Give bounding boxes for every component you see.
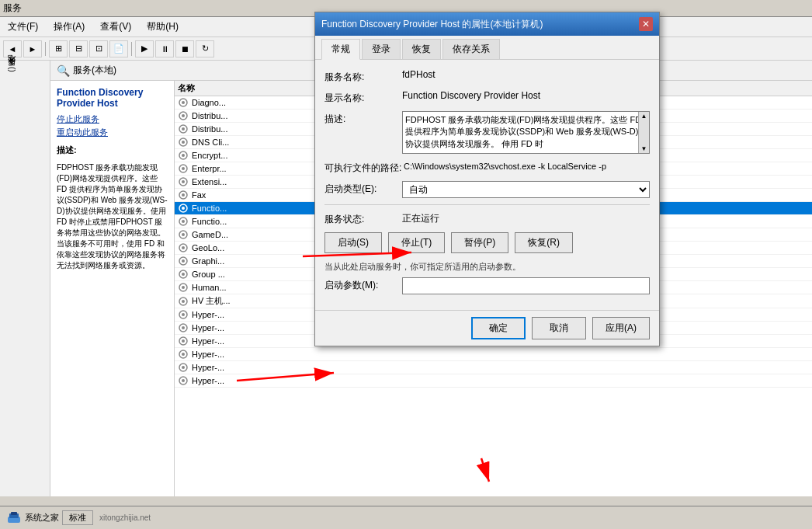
svg-point-11 bbox=[182, 167, 185, 170]
service-name-text: Human... bbox=[192, 283, 227, 292]
display-name-label: 显示名称: bbox=[324, 90, 402, 105]
exec-path-row: 可执行文件的路径: C:\Windows\system32\svchost.ex… bbox=[324, 160, 650, 175]
service-status-label: 服务状态: bbox=[324, 211, 402, 226]
pause-button[interactable]: 暂停(P) bbox=[451, 232, 508, 253]
scrollbar-up-arrow[interactable]: ▲ bbox=[641, 112, 647, 120]
gear-icon bbox=[178, 150, 189, 161]
restore-button[interactable]: 恢复(R) bbox=[515, 232, 573, 253]
toolbar-sep2 bbox=[131, 42, 132, 56]
service-name-text: Functio... bbox=[192, 204, 227, 213]
toolbar-btn3[interactable]: ⊡ bbox=[89, 40, 108, 57]
list-item[interactable]: Hyper-... bbox=[175, 361, 812, 374]
status-url: xitongzhijia.net bbox=[99, 513, 151, 522]
dialog-tabs: 常规 登录 恢复 依存关系 bbox=[315, 36, 659, 60]
service-name-text: Fax bbox=[192, 190, 206, 200]
svg-point-13 bbox=[182, 180, 185, 183]
gear-icon bbox=[178, 229, 189, 240]
apply-button[interactable]: 应用(A) bbox=[592, 317, 650, 339]
list-item[interactable]: Hyper-... bbox=[175, 374, 812, 388]
desc-value: FDPHOST 服务承载功能发现(FD)网络发现提供程序。这些 FD 提供程序为… bbox=[405, 115, 641, 148]
service-name-text: Diagno... bbox=[192, 98, 226, 107]
start-param-label: 启动参数(M): bbox=[324, 277, 402, 292]
gear-icon bbox=[178, 349, 189, 360]
svg-point-15 bbox=[182, 193, 185, 197]
cancel-button[interactable]: 取消 bbox=[532, 317, 586, 339]
search-icon: 🔍 bbox=[57, 64, 70, 77]
service-name-text: GeoLo... bbox=[192, 243, 224, 252]
service-name-text: Group ... bbox=[192, 270, 225, 279]
toolbar-btn2[interactable]: ⊟ bbox=[69, 40, 88, 57]
service-name-text: Functio... bbox=[192, 217, 227, 226]
properties-dialog: Function Discovery Provider Host 的属性(本地计… bbox=[314, 12, 660, 346]
sidebar-label: 服务(本地) bbox=[3, 64, 20, 75]
service-name-text: Hyper-... bbox=[192, 336, 224, 346]
gear-icon bbox=[178, 242, 189, 253]
start-param-input[interactable] bbox=[402, 277, 650, 294]
gear-icon bbox=[178, 163, 189, 174]
gear-icon bbox=[178, 256, 189, 266]
toolbar-sep1 bbox=[45, 42, 46, 56]
start-button[interactable]: 启动(S) bbox=[324, 232, 382, 253]
startup-type-row: 启动类型(E): 自动 自动(延迟启动) 手动 禁用 bbox=[324, 181, 650, 198]
service-name-row: 服务名称: fdPHost bbox=[324, 69, 650, 84]
gear-icon bbox=[178, 362, 189, 373]
toolbar-stop[interactable]: ⏸ bbox=[155, 40, 174, 57]
service-name-value: fdPHost bbox=[402, 69, 650, 80]
toolbar-btn1[interactable]: ⊞ bbox=[49, 40, 68, 57]
ok-button[interactable]: 确定 bbox=[471, 317, 526, 339]
tab-dependencies[interactable]: 依存关系 bbox=[442, 39, 500, 59]
service-name-text: Hyper-... bbox=[192, 350, 224, 359]
tab-general[interactable]: 常规 bbox=[321, 39, 360, 60]
gear-icon bbox=[178, 269, 189, 280]
desc-box: FDPHOST 服务承载功能发现(FD)网络发现提供程序。这些 FD 提供程序为… bbox=[402, 111, 650, 154]
service-name-text: DNS Cli... bbox=[192, 137, 229, 147]
dialog-close-button[interactable]: ✕ bbox=[639, 17, 653, 31]
status-bar: 系统之家 标准 xitongzhijia.net bbox=[0, 506, 812, 529]
menu-action[interactable]: 操作(A) bbox=[49, 19, 89, 35]
menu-view[interactable]: 查看(V) bbox=[95, 19, 136, 35]
gear-icon bbox=[178, 296, 189, 307]
svg-point-39 bbox=[182, 353, 185, 356]
toolbar-play[interactable]: ▶ bbox=[135, 40, 154, 57]
menu-file[interactable]: 文件(F) bbox=[3, 19, 43, 35]
stop-service-link[interactable]: 停止此服务 bbox=[57, 114, 99, 124]
gear-icon bbox=[178, 216, 189, 227]
service-name-text: Hyper-... bbox=[192, 310, 224, 319]
toolbar-back[interactable]: ◄ bbox=[3, 40, 22, 57]
svg-point-25 bbox=[182, 259, 185, 263]
service-name-text: Hyper-... bbox=[192, 376, 224, 385]
gear-icon bbox=[178, 282, 189, 293]
desc-label: 描述: bbox=[324, 111, 402, 126]
svg-point-31 bbox=[182, 300, 185, 303]
gear-icon bbox=[178, 190, 189, 200]
service-name-text: Graphi... bbox=[192, 256, 224, 266]
menu-help[interactable]: 帮助(H) bbox=[142, 19, 183, 35]
svg-point-29 bbox=[182, 286, 185, 289]
service-name-text: Hyper-... bbox=[192, 323, 224, 332]
status-tab[interactable]: 标准 bbox=[62, 510, 93, 525]
toolbar-pause[interactable]: ⏹ bbox=[175, 40, 194, 57]
desc-service-name: Function Discovery Provider Host bbox=[57, 87, 168, 109]
tab-login[interactable]: 登录 bbox=[362, 39, 401, 59]
startup-type-select[interactable]: 自动 自动(延迟启动) 手动 禁用 bbox=[402, 181, 650, 198]
scrollbar-down-arrow[interactable]: ▼ bbox=[641, 144, 647, 153]
svg-point-21 bbox=[182, 233, 185, 236]
toolbar-btn4[interactable]: 📄 bbox=[109, 40, 128, 57]
gear-icon bbox=[178, 97, 189, 108]
service-name-text: Distribu... bbox=[192, 111, 227, 120]
gear-icon bbox=[178, 375, 189, 386]
toolbar-forward[interactable]: ► bbox=[23, 40, 42, 57]
svg-point-19 bbox=[182, 220, 185, 223]
svg-point-33 bbox=[182, 313, 185, 316]
service-name-label: 服务名称: bbox=[324, 69, 402, 84]
gear-icon bbox=[178, 336, 189, 346]
stop-button[interactable]: 停止(T) bbox=[388, 232, 445, 253]
tab-restore[interactable]: 恢复 bbox=[402, 39, 441, 59]
toolbar-restart[interactable]: ↻ bbox=[196, 40, 214, 57]
action-buttons: 启动(S) 停止(T) 暂停(P) 恢复(R) bbox=[324, 232, 650, 253]
svg-point-23 bbox=[182, 246, 185, 249]
dialog-title: Function Discovery Provider Host 的属性(本地计… bbox=[321, 18, 543, 31]
list-item[interactable]: Hyper-... bbox=[175, 348, 812, 361]
dialog-titlebar: Function Discovery Provider Host 的属性(本地计… bbox=[315, 12, 659, 36]
restart-service-link[interactable]: 重启动此服务 bbox=[57, 127, 108, 137]
